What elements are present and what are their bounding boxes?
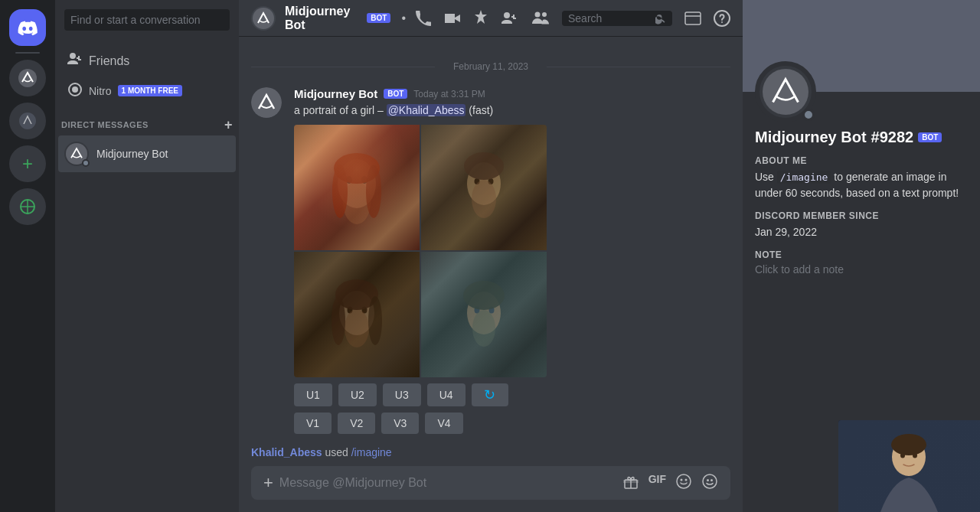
portrait-image-1[interactable] xyxy=(294,125,420,250)
main-chat: Midjourney Bot BOT • xyxy=(239,0,743,512)
search-icon xyxy=(655,12,666,24)
chat-header-avatar xyxy=(251,6,276,31)
pin-icon[interactable] xyxy=(473,10,488,27)
image-grid[interactable] xyxy=(294,125,547,377)
about-me-text: Use /imagine to generate an image in und… xyxy=(755,169,968,201)
gif-icon[interactable]: GIF xyxy=(648,473,666,494)
call-icon[interactable] xyxy=(415,10,432,27)
dm-nav-section: Friends Nitro 1 MONTH FREE xyxy=(55,40,239,106)
dm-avatar-midjourney xyxy=(64,142,89,166)
dm-search-area xyxy=(55,0,239,40)
svg-point-36 xyxy=(463,281,505,310)
portrait-image-4[interactable] xyxy=(421,252,547,377)
date-divider: February 11, 2023 xyxy=(239,61,743,72)
server-icon-2[interactable] xyxy=(9,103,46,139)
chat-search-input[interactable] xyxy=(568,12,651,24)
chat-input-area: + GIF xyxy=(239,466,743,512)
about-me-label: ABOUT ME xyxy=(755,155,968,166)
chat-input[interactable] xyxy=(279,476,616,490)
input-actions: GIF xyxy=(622,473,718,494)
svg-point-6 xyxy=(253,8,274,29)
v4-button[interactable]: V4 xyxy=(425,413,462,434)
member-since-label: DISCORD MEMBER SINCE xyxy=(755,210,968,221)
member-since-date: Jan 29, 2022 xyxy=(755,224,968,240)
svg-point-28 xyxy=(345,309,369,347)
dm-item-midjourney[interactable]: Midjourney Bot xyxy=(58,135,236,172)
msg-mention[interactable]: @Khalid_Abess xyxy=(387,104,466,116)
svg-point-42 xyxy=(703,474,717,488)
used-command[interactable]: /imagine xyxy=(351,446,392,458)
members-icon[interactable] xyxy=(531,11,550,26)
svg-point-8 xyxy=(542,12,547,17)
portrait-image-3[interactable] xyxy=(294,252,420,377)
server-bar: + xyxy=(0,0,55,512)
video-inner xyxy=(838,420,980,512)
variation-button-row: V1 V2 V3 V4 xyxy=(294,413,730,434)
svg-point-17 xyxy=(334,153,380,184)
add-dm-button[interactable]: + xyxy=(224,118,233,132)
gift-icon[interactable] xyxy=(622,473,639,494)
direct-messages-label: DIRECT MESSAGES xyxy=(61,120,149,129)
explore-icon[interactable] xyxy=(9,188,46,225)
v1-button[interactable]: V1 xyxy=(294,413,332,434)
profile-body: Midjourney Bot #9282 BOT ABOUT ME Use /i… xyxy=(743,92,980,297)
portrait-3-overlay xyxy=(294,252,420,377)
svg-rect-9 xyxy=(685,12,701,24)
member-since-section: DISCORD MEMBER SINCE Jan 29, 2022 xyxy=(755,210,968,240)
chat-bot-name: Midjourney Bot xyxy=(285,5,358,32)
svg-point-11 xyxy=(721,21,723,23)
server-separator xyxy=(15,52,40,54)
portrait-1-overlay xyxy=(294,125,420,250)
used-username[interactable]: Khalid_Abess xyxy=(251,446,322,458)
imagine-code: /imagine xyxy=(777,171,831,184)
svg-point-14 xyxy=(346,176,352,184)
dm-name-midjourney: Midjourney Bot xyxy=(96,148,168,160)
note-label: NOTE xyxy=(755,249,968,260)
svg-point-1 xyxy=(19,113,36,129)
message-group-1: Midjourney Bot BOT Today at 3:31 PM a po… xyxy=(239,84,743,437)
v2-button[interactable]: V2 xyxy=(338,413,375,434)
svg-point-35 xyxy=(472,310,495,347)
portrait-image-2[interactable] xyxy=(421,125,547,250)
plus-icon[interactable]: + xyxy=(263,473,273,493)
svg-point-51 xyxy=(913,453,917,458)
msg-content-1: Midjourney Bot BOT Today at 3:31 PM a po… xyxy=(294,87,730,434)
chat-header-dot: • xyxy=(401,11,406,25)
svg-point-13 xyxy=(338,159,376,208)
video-icon[interactable] xyxy=(444,10,461,27)
u2-button[interactable]: U2 xyxy=(338,383,377,406)
svg-point-49 xyxy=(891,434,926,455)
svg-point-23 xyxy=(472,180,496,218)
svg-point-43 xyxy=(707,479,709,481)
add-server-button[interactable]: + xyxy=(9,145,46,182)
u3-button[interactable]: U3 xyxy=(383,383,421,406)
add-friend-icon[interactable] xyxy=(501,11,519,26)
profile-status-dot xyxy=(802,109,815,121)
help-icon[interactable] xyxy=(714,10,730,27)
chat-content: February 11, 2023 Midjourney Bot BOT Tod… xyxy=(239,37,743,466)
emoji-icon[interactable] xyxy=(701,473,718,494)
u4-button[interactable]: U4 xyxy=(427,383,466,406)
svg-point-40 xyxy=(681,478,683,481)
msg-bot-badge-1: BOT xyxy=(384,89,407,99)
portrait-2-overlay xyxy=(421,125,547,250)
nitro-nav-item[interactable]: Nitro 1 MONTH FREE xyxy=(61,76,233,106)
server-icon-midjourney[interactable] xyxy=(9,60,46,96)
profile-username: Midjourney Bot xyxy=(755,129,867,146)
v3-button[interactable]: V3 xyxy=(381,413,419,434)
note-input[interactable]: Click to add a note xyxy=(755,263,968,276)
u1-button[interactable]: U1 xyxy=(294,383,332,406)
used-imagine-line: Khalid_Abess used /imagine xyxy=(239,443,743,461)
inbox-icon[interactable] xyxy=(684,10,701,27)
video-person xyxy=(838,420,980,512)
svg-point-50 xyxy=(900,453,905,458)
chat-search-box xyxy=(562,11,672,26)
refresh-button[interactable]: ↻ xyxy=(472,383,508,406)
discord-home-icon[interactable] xyxy=(9,9,46,46)
find-conversation-input[interactable] xyxy=(64,9,230,31)
svg-point-44 xyxy=(710,479,713,481)
sticker-icon[interactable] xyxy=(675,473,692,494)
friends-nav-item[interactable]: Friends xyxy=(61,46,233,76)
msg-avatar-1 xyxy=(251,87,282,118)
chat-bot-badge: BOT xyxy=(367,13,390,23)
